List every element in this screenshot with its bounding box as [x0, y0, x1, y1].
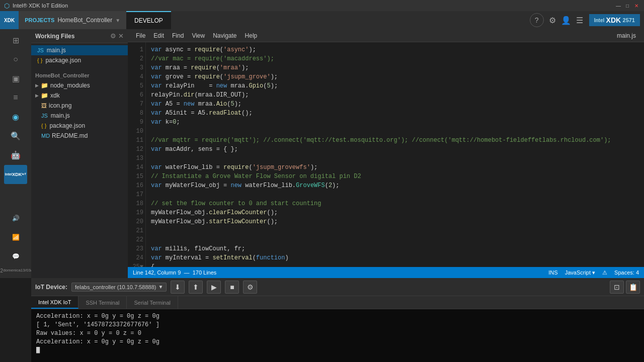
device-dropdown[interactable]: felabs_controller (10.10.7:58888) ▼	[71, 283, 167, 292]
upload-button[interactable]: ⬆	[189, 281, 203, 294]
sidebar-icon-chrome[interactable]: ◉	[4, 108, 27, 126]
sidebar-icon-layers[interactable]: ≡	[4, 88, 27, 107]
debug-button[interactable]: ⚙	[243, 281, 257, 294]
js-file-icon: JS	[37, 47, 44, 53]
sidebar-clock: 13:32 domenica 13/03/2016	[4, 266, 27, 275]
sidebar-icon-search[interactable]: 🔍	[4, 127, 27, 145]
folder-item-xdk[interactable]: ▶ 📁 xdk	[31, 90, 128, 101]
sidebar-icon-windows[interactable]: ⊞	[4, 31, 27, 49]
settings-icon[interactable]: ⚙	[549, 16, 556, 25]
log-icon-button[interactable]: 📋	[626, 281, 640, 294]
user-icon[interactable]: 👤	[561, 16, 571, 25]
menu-icon[interactable]: ☰	[576, 16, 583, 25]
tab-intel-xdk-iot[interactable]: Intel XDK IoT	[31, 296, 78, 309]
sidebar-icon-intel-xdk[interactable]: Intel XDK IoT	[4, 165, 27, 184]
current-project: HomeBot_Controller	[57, 17, 112, 24]
js-file-icon-2: JS	[41, 113, 48, 119]
triangle-icon-xdk: ▶	[35, 93, 39, 98]
md-file-icon: MD	[41, 133, 50, 139]
main-area: ⊞ ○ ▣ ≡ ◉ 🔍 🤖 Intel XDK IoT 🔊 📶 💬 13:32 …	[0, 29, 644, 278]
line-numbers: 1234567891011121314151617181920212223242…	[128, 42, 146, 267]
working-files-list: JS main.js { } package.json	[31, 43, 128, 65]
develop-tab[interactable]: DEVELOP	[126, 11, 171, 29]
code-editor[interactable]: var async = require('async'); //var mac …	[146, 42, 644, 267]
sidebar-icon-layout[interactable]: ▣	[4, 69, 27, 87]
close-button[interactable]: ✕	[633, 2, 640, 9]
triangle-icon: ▶	[35, 83, 39, 88]
json-file-icon: { }	[37, 57, 42, 63]
folder-item-node-modules[interactable]: ▶ 📁 node_modules	[31, 80, 128, 90]
titlebar-left: ⬡ Intel® XDK IoT Edition	[4, 2, 68, 10]
status-bar-right: INS JavaScript ▾ ⚠ Spaces: 4	[548, 269, 639, 276]
menu-edit[interactable]: Edit	[149, 31, 168, 40]
file-item-package-json-working[interactable]: { } package.json	[31, 55, 128, 65]
titlebar-controls: — □ ✕	[615, 2, 640, 9]
develop-label: DEVELOP	[134, 17, 163, 24]
file-name-package-json-2: package.json	[49, 122, 85, 129]
maximize-button[interactable]: □	[624, 2, 631, 9]
download-button[interactable]: ⬇	[171, 281, 185, 294]
status-bar: Line 142, Column 9 — 170 Lines INS JavaS…	[128, 267, 644, 278]
xdk-logo: XDK	[0, 11, 19, 29]
status-lang[interactable]: JavaScript ▾	[565, 269, 595, 276]
run-button[interactable]: ▶	[207, 281, 221, 294]
titlebar: ⬡ Intel® XDK IoT Edition — □ ✕	[0, 0, 644, 11]
app-title: Intel® XDK IoT Edition	[13, 3, 68, 9]
code-container[interactable]: 1234567891011121314151617181920212223242…	[128, 42, 644, 267]
tab-ssh-terminal[interactable]: SSH Terminal	[78, 296, 127, 309]
menu-navigate[interactable]: Navigate	[209, 31, 240, 40]
topnav-right: ? ⚙ 👤 ☰ Intel XDK 2571	[530, 11, 644, 29]
file-panel-settings-icon[interactable]: ⚙	[110, 32, 116, 40]
terminal-line-3: Raw values: x = 0 y = 0 z = 0	[36, 329, 639, 338]
iot-device-label: IoT Device:	[35, 284, 67, 291]
warning-icon[interactable]: ⚠	[602, 269, 607, 276]
terminal-cursor: █	[36, 346, 639, 355]
file-item-main-js-project[interactable]: JS main.js	[31, 111, 128, 121]
json-file-icon-2: { }	[41, 123, 46, 129]
working-files-title: Working Files	[35, 33, 74, 40]
stop-button[interactable]: ■	[225, 281, 239, 294]
xdk-text: XDK	[4, 18, 15, 23]
sidebar-icon-chat[interactable]: 💬	[4, 247, 27, 265]
file-name-package-json: package.json	[45, 57, 81, 64]
brand-intel: Intel	[594, 18, 605, 23]
tab-serial-terminal[interactable]: Serial Terminal	[127, 296, 178, 309]
terminal-line-2: [ 1, 'Sent', '14578723372677676' ]	[36, 321, 639, 329]
menu-find[interactable]: Find	[168, 31, 188, 40]
status-line-col: Line 142, Column 9 — 170 Lines	[133, 269, 216, 276]
intel-xdk-brand: Intel XDK 2571	[589, 14, 640, 26]
device-dropdown-arrow: ▼	[158, 284, 163, 290]
minimize-button[interactable]: —	[615, 2, 622, 9]
terminal-icon-button[interactable]: ⊡	[610, 281, 624, 294]
iot-device-bar: IoT Device: felabs_controller (10.10.7:5…	[31, 278, 644, 296]
editor-area: File Edit Find View Navigate Help main.j…	[128, 29, 644, 278]
file-panel-header: Working Files ⚙ ✕	[31, 29, 128, 43]
menu-file[interactable]: File	[132, 31, 149, 40]
sidebar-icon-robot[interactable]: 🤖	[4, 146, 27, 164]
file-panel-close-icon[interactable]: ✕	[118, 32, 124, 40]
folder-icon-xdk: 📁	[41, 92, 48, 99]
editor-filename: main.js	[613, 31, 640, 40]
projects-tab[interactable]: PROJECTS HomeBot_Controller ▼	[19, 11, 126, 29]
terminal-output[interactable]: Acceleration: x = 0g y = 0g z = 0g [ 1, …	[31, 309, 644, 362]
dropdown-arrow-icon[interactable]: ▼	[115, 18, 120, 23]
folder-label-node-modules: node_modules	[50, 82, 90, 89]
file-panel-actions: ⚙ ✕	[110, 32, 124, 40]
clock-day: domenica	[3, 268, 21, 273]
sidebar-icon-wifi[interactable]: 📶	[4, 228, 27, 246]
menu-help[interactable]: Help	[241, 31, 262, 40]
sidebar-icon-circle[interactable]: ○	[4, 50, 27, 68]
help-icon[interactable]: ?	[530, 13, 544, 27]
file-name-icon-png: icon.png	[49, 102, 71, 109]
file-item-icon-png[interactable]: 🖼 icon.png	[31, 101, 128, 111]
folder-icon-node: 📁	[41, 82, 48, 89]
iot-device-right: ⊡ 📋	[610, 281, 640, 294]
project-section: HomeBot_Controller ▶ 📁 node_modules ▶ 📁 …	[31, 70, 128, 141]
menu-view[interactable]: View	[188, 31, 209, 40]
file-item-package-json-project[interactable]: { } package.json	[31, 121, 128, 131]
file-item-main-js-working[interactable]: JS main.js	[31, 45, 128, 55]
file-name-readme: README.md	[52, 132, 88, 139]
sidebar-icon-volume[interactable]: 🔊	[4, 209, 27, 227]
terminal-tabs: Intel XDK IoT SSH Terminal Serial Termin…	[31, 296, 644, 309]
file-item-readme[interactable]: MD README.md	[31, 131, 128, 141]
